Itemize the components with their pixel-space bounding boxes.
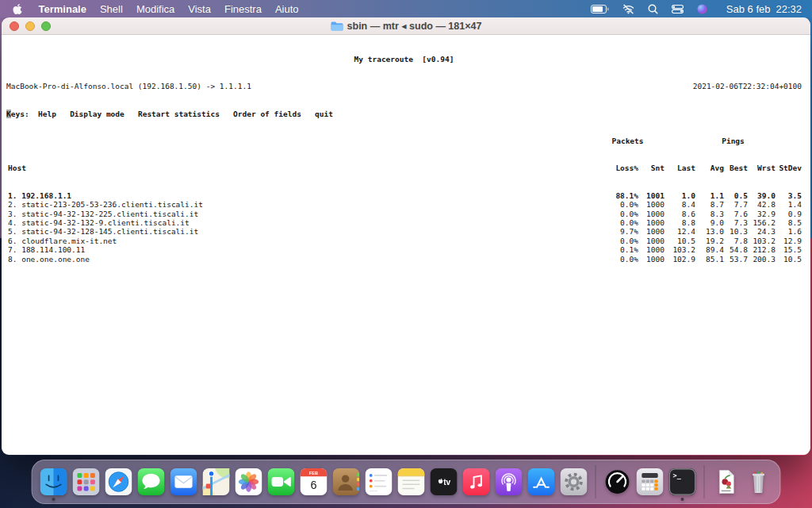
dock-item-safari-icon[interactable]	[105, 468, 132, 495]
hop-stat: 7.6	[724, 210, 748, 218]
traceroute-row: 4. static-94-32-132-9.clienti.tiscali.it…	[6, 218, 802, 227]
hop-stat: 8.6	[665, 210, 695, 218]
menu-item-finestra[interactable]: Finestra	[224, 3, 262, 15]
window-title: sbin — mtr ◂ sudo — 181×47	[331, 20, 482, 32]
traceroute-row: 1. 192.168.1.188.1%10011.01.10.539.03.5	[6, 191, 802, 200]
hop-stat: 42.8	[748, 200, 776, 209]
host-column-header: Host	[6, 164, 591, 172]
hop-stat: 1.0	[665, 191, 695, 200]
hop-stat: 1000	[638, 237, 665, 245]
menu-item-aiuto[interactable]: Aiuto	[275, 3, 299, 15]
hop-host: 8. one.one.one.one	[6, 255, 591, 264]
minimize-button[interactable]	[25, 21, 35, 31]
traceroute-row: 6. cloudflare.mix-it.net0.0%100010.519.2…	[6, 237, 802, 245]
traceroute-row: 5. static-94-32-128-145.clienti.tiscali.…	[6, 227, 802, 236]
dock-item-music-icon[interactable]	[463, 468, 490, 495]
close-button[interactable]	[10, 21, 19, 31]
dock-item-trash-icon[interactable]	[745, 468, 772, 495]
hop-stat: 8.7	[695, 200, 724, 209]
hop-host: 5. static-94-32-128-145.clienti.tiscali.…	[6, 227, 591, 236]
terminal-cursor: K	[6, 110, 11, 118]
dock-item-mail-icon[interactable]	[170, 468, 197, 495]
menu-item-vista[interactable]: Vista	[188, 3, 211, 15]
key-command: Order of fields	[233, 110, 301, 118]
hop-stat: 1.4	[776, 200, 802, 209]
hop-host: 2. static-213-205-53-236.clienti.tiscali…	[6, 200, 591, 209]
hop-stat: 212.8	[748, 245, 776, 254]
dock-item-notes-icon[interactable]	[398, 468, 425, 495]
dock-item-calendar-icon[interactable]: FEB6	[301, 468, 327, 495]
hop-stat: 1000	[638, 210, 665, 218]
control-center-icon[interactable]	[672, 5, 684, 13]
folder-icon	[331, 21, 343, 31]
key-command: quit	[315, 110, 333, 118]
dock-item-calculator-icon[interactable]	[637, 468, 664, 495]
hop-host: 1. 192.168.1.1	[6, 191, 591, 200]
menu-item-modifica[interactable]: Modifica	[136, 3, 174, 15]
col-snt: Snt	[638, 164, 665, 172]
hop-stat: 53.7	[724, 255, 748, 264]
hop-stat: 10.5	[665, 237, 695, 245]
zoom-button[interactable]	[41, 21, 51, 31]
hop-stat: 1001	[638, 191, 665, 200]
dock-item-facetime-icon[interactable]	[268, 468, 295, 495]
traceroute-title: My traceroute [v0.94]	[6, 55, 802, 64]
key-command: Help	[38, 110, 56, 118]
terminal-screen[interactable]: My traceroute [v0.94] MacBook-Pro-di-Alf…	[2, 35, 810, 455]
dock-item-contacts-icon[interactable]	[333, 468, 360, 495]
hop-stat: 10.5	[776, 255, 802, 264]
hop-stat: 0.0%	[591, 210, 638, 218]
menu-items: TerminaleShellModificaVistaFinestraAiuto	[32, 3, 305, 15]
hop-host: 7. 188.114.100.11	[6, 245, 591, 254]
dock-item-terminal-icon[interactable]: >_	[669, 468, 696, 495]
dock-item-messages-icon[interactable]	[138, 468, 165, 495]
dock-item-podcasts-icon[interactable]	[496, 468, 523, 495]
hop-stat: 88.1%	[591, 191, 638, 200]
dock-item-tv-icon[interactable]: tv	[431, 468, 458, 495]
menu-item-shell[interactable]: Shell	[100, 3, 123, 15]
key-command: Restart statistics	[138, 110, 220, 118]
desktop: TerminaleShellModificaVistaFinestraAiuto…	[0, 0, 812, 508]
running-indicator	[52, 498, 56, 501]
siri-icon[interactable]	[697, 4, 707, 14]
battery-icon[interactable]	[591, 5, 609, 13]
dock-item-download-file-icon[interactable]	[713, 468, 740, 495]
hop-stat: 7.8	[724, 237, 748, 245]
menu-clock[interactable]: Sab 6 feb22:32	[721, 3, 802, 15]
hop-stat: 103.2	[665, 245, 695, 254]
col-stdev: StDev	[776, 164, 802, 172]
dock-item-system-preferences-icon[interactable]	[561, 468, 588, 495]
hop-stat: 32.9	[748, 210, 776, 218]
svg-text:6: 6	[310, 479, 316, 491]
dock-item-photos-icon[interactable]	[236, 468, 262, 495]
hop-host: 6. cloudflare.mix-it.net	[6, 237, 591, 245]
wifi-off-icon[interactable]	[622, 4, 634, 14]
hop-stat: 103.2	[748, 237, 776, 245]
col-avg: Avg	[695, 164, 724, 172]
hop-stat: 8.3	[695, 210, 724, 218]
spotlight-icon[interactable]	[648, 4, 658, 14]
apple-menu-icon[interactable]	[13, 3, 22, 15]
hop-stat: 8.5	[776, 218, 802, 227]
hop-stat: 0.0%	[591, 200, 638, 209]
dock-item-speedtest-icon[interactable]	[604, 468, 631, 495]
dock-divider	[596, 465, 596, 498]
window-titlebar[interactable]: sbin — mtr ◂ sudo — 181×47	[2, 17, 810, 35]
col-best: Best	[724, 164, 748, 172]
hop-stat: 3.5	[776, 191, 802, 200]
menu-item-terminale[interactable]: Terminale	[39, 3, 86, 15]
svg-text:>_: >_	[673, 471, 682, 479]
hop-stat: 24.3	[748, 227, 776, 236]
hop-stat: 1000	[638, 200, 665, 209]
hop-stat: 9.0	[695, 218, 724, 227]
traceroute-row: 7. 188.114.100.110.1%1000103.289.454.821…	[6, 245, 802, 254]
hop-stat: 8.4	[665, 200, 695, 209]
dock-item-reminders-icon[interactable]	[366, 468, 393, 495]
dock-item-finder-icon[interactable]	[40, 468, 67, 495]
hop-stat: 0.1%	[591, 245, 638, 254]
dock-item-app-store-icon[interactable]	[528, 468, 555, 495]
hop-stat: 1.1	[695, 191, 724, 200]
hop-stat: 0.0%	[591, 237, 638, 245]
dock-item-launchpad-icon[interactable]	[73, 468, 100, 495]
dock-item-maps-icon[interactable]	[203, 468, 230, 495]
